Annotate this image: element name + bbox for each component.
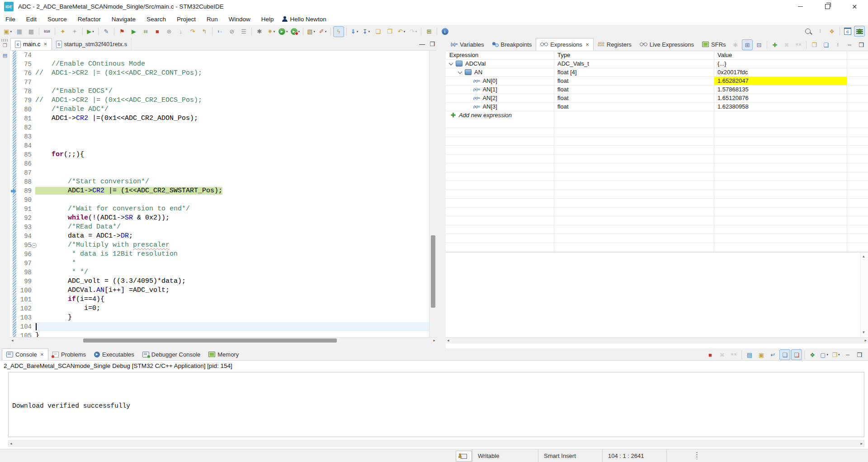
code-line[interactable]: ADC1->CR2 |= (1<<ADC_CR2_SWSTART_Pos);: [35, 186, 222, 195]
code-line[interactable]: data = ADC1->DR;: [35, 232, 133, 241]
code-line[interactable]: *: [35, 259, 76, 268]
scroll-up-icon[interactable]: ▴: [863, 253, 865, 259]
open-console-icon[interactable]: ❐▾: [830, 349, 841, 360]
line-number[interactable]: 91: [24, 205, 32, 214]
debug-perspective-icon[interactable]: [854, 26, 865, 37]
code-line[interactable]: i=0;: [35, 304, 100, 313]
code-editor[interactable]: 7475767778798081828384858687888990919293…: [10, 51, 437, 337]
menu-window[interactable]: Window: [223, 14, 256, 24]
remove-all-launches-icon[interactable]: ✖✖: [728, 349, 739, 360]
expression-name-cell[interactable]: ADCVal: [446, 59, 554, 68]
code-line[interactable]: ADC_volt = ((3.3/4095)*data);: [35, 277, 186, 286]
download-icon[interactable]: ⇓▾: [349, 26, 360, 37]
line-number[interactable]: 92: [24, 214, 32, 223]
close-tab-icon[interactable]: ✕: [40, 352, 44, 357]
debug-configurations-icon[interactable]: ✷▾: [266, 26, 277, 37]
dropdown-arrow-icon[interactable]: ▾: [92, 30, 94, 33]
expression-value-cell[interactable]: 1.62380958: [714, 102, 847, 111]
dropdown-arrow-icon[interactable]: ▾: [838, 353, 840, 357]
code-line[interactable]: // ADC1->CR2 |= (0x1<<ADC_CR2_CONT_Pos);: [35, 69, 202, 78]
expand-chevron-icon[interactable]: [458, 70, 462, 74]
line-number[interactable]: 95: [24, 241, 32, 250]
open-new-view-icon[interactable]: ❐: [809, 39, 820, 50]
code-line[interactable]: while(!(ADC1->SR & 0x2));: [35, 214, 170, 223]
view-tab-registers[interactable]: 1010 0101Registers: [594, 38, 635, 51]
undo-icon[interactable]: ↶▾: [396, 26, 407, 37]
flash-erase-icon[interactable]: ✦: [69, 26, 80, 37]
line-number[interactable]: 85: [24, 150, 32, 159]
line-number[interactable]: 94: [24, 232, 32, 241]
view-tab-live-expressions[interactable]: Live Expressions: [636, 38, 698, 51]
debug-app-icon[interactable]: ▶▾: [290, 26, 301, 37]
code-line[interactable]: /*Enable ADC*/: [35, 105, 108, 114]
display-console-icon[interactable]: ▢▾: [819, 349, 830, 360]
menu-file[interactable]: File: [0, 14, 21, 24]
view-menu-icon[interactable]: ⋮: [832, 39, 843, 50]
line-number[interactable]: 104: [20, 322, 32, 331]
console-tab-console[interactable]: Console✕: [2, 348, 48, 360]
open-perspective-icon[interactable]: ❖: [826, 26, 837, 37]
information-icon[interactable]: i: [439, 26, 450, 37]
menu-refactor[interactable]: Refactor: [72, 14, 106, 24]
marker-bar[interactable]: [10, 51, 18, 337]
scroll-right-icon[interactable]: ▸: [864, 338, 867, 343]
c-cpp-perspective-icon[interactable]: C: [842, 26, 853, 37]
show-stderr-icon[interactable]: ❏: [791, 349, 802, 360]
dropdown-arrow-icon[interactable]: ▾: [826, 353, 828, 357]
line-number[interactable]: 88: [24, 177, 32, 186]
code-lines[interactable]: //Enable COntinous Mode// ADC1->CR2 |= (…: [35, 51, 429, 337]
view-tab-sfrs[interactable]: SFRs: [698, 38, 730, 51]
cursor-line[interactable]: [35, 322, 429, 331]
minimized-view-icon[interactable]: ▤: [1, 52, 9, 59]
dropdown-arrow-icon[interactable]: ▾: [10, 30, 12, 33]
scroll-left-icon[interactable]: ◂: [10, 441, 12, 447]
dropdown-arrow-icon[interactable]: ▾: [274, 30, 275, 33]
line-number[interactable]: 87: [24, 168, 32, 177]
line-number[interactable]: 103: [20, 313, 32, 322]
code-line[interactable]: //Enable COntinous Mode: [35, 60, 145, 69]
search-icon[interactable]: [803, 26, 814, 37]
horizontal-scroll-thumb[interactable]: [83, 338, 337, 343]
menu-search[interactable]: Search: [141, 14, 171, 24]
menu-source[interactable]: Source: [42, 14, 72, 24]
console-tab-debugger-console[interactable]: Debugger Console: [138, 348, 204, 360]
line-number[interactable]: 81: [24, 114, 32, 123]
vertical-scroll-thumb[interactable]: [431, 235, 435, 308]
line-number[interactable]: 82: [24, 123, 32, 132]
coverage-icon[interactable]: ✐▾: [317, 26, 328, 37]
column-header-value[interactable]: Value: [714, 51, 847, 59]
column-divider[interactable]: [847, 51, 847, 252]
step-over-icon[interactable]: ↷: [187, 26, 198, 37]
restore-window-button[interactable]: [814, 0, 841, 13]
expression-type-cell[interactable]: float: [554, 85, 714, 94]
code-line[interactable]: /*Wait for conversion to end*/: [35, 205, 190, 214]
new-wizard-icon[interactable]: ▣▾: [2, 26, 13, 37]
line-number[interactable]: 100: [20, 286, 32, 295]
code-line[interactable]: }: [35, 331, 39, 337]
minimize-editor-icon[interactable]: —: [419, 41, 425, 48]
column-header-expression[interactable]: Expression: [446, 51, 554, 59]
code-line[interactable]: /*Start conversion*/: [35, 177, 149, 186]
save-icon[interactable]: ▦: [14, 26, 25, 37]
show-stdout-icon[interactable]: ❏: [779, 349, 790, 360]
expression-type-cell[interactable]: ADC_Vals_t: [554, 59, 714, 68]
toolbar-overflow-icon[interactable]: ⋮: [815, 26, 826, 37]
console-output-area[interactable]: Download verified successfully: [8, 372, 864, 437]
dropdown-arrow-icon[interactable]: ▾: [313, 30, 315, 33]
expression-detail-pane[interactable]: ▴ ▾: [446, 252, 868, 336]
line-number[interactable]: 75: [24, 60, 32, 69]
expression-name-cell[interactable]: (x)=AN[3]: [446, 102, 554, 111]
scroll-left-icon[interactable]: ◂: [11, 338, 14, 343]
run-app-icon[interactable]: ▶▾: [278, 26, 289, 37]
target-run-icon[interactable]: ▶▾: [85, 26, 96, 37]
line-number[interactable]: 77: [24, 78, 32, 87]
layout-icon[interactable]: ✱: [730, 39, 741, 50]
editor-vertical-scrollbar[interactable]: [429, 51, 437, 337]
expression-row[interactable]: (x)=AN[2]float1.65120876: [446, 94, 868, 103]
remove-all-expressions-icon[interactable]: ✖✖: [793, 39, 804, 50]
status-monitor-button[interactable]: [456, 451, 472, 462]
console-horizontal-scrollbar[interactable]: ◂ ▸: [8, 440, 864, 447]
save-all-icon[interactable]: ▩: [26, 26, 37, 37]
view-tab-expressions[interactable]: Expressions✕: [536, 38, 594, 51]
step-filters-icon[interactable]: ☰: [238, 26, 249, 37]
